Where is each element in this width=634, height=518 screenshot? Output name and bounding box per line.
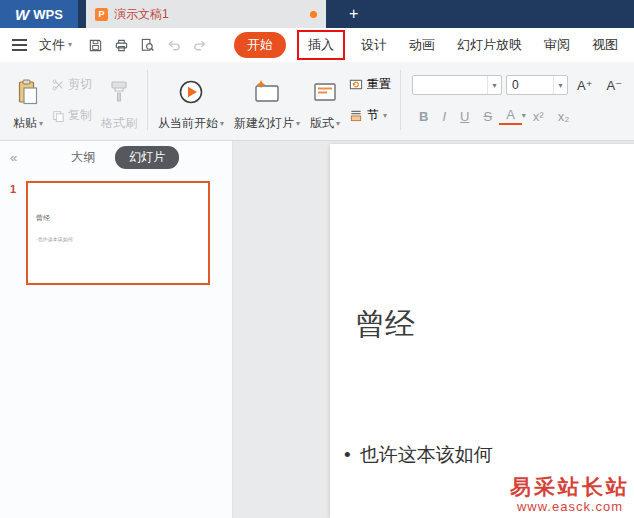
decrease-font-button[interactable]: A⁻ [602, 78, 628, 93]
scissors-icon [52, 79, 64, 91]
layout-button[interactable]: 版式 ▾ [305, 67, 345, 133]
chevron-down-icon: ▾ [553, 76, 567, 94]
tab-slides[interactable]: 幻灯片 [115, 146, 179, 169]
cut-button[interactable]: 剪切 [52, 76, 92, 93]
clipboard-group: 剪切 复制 [48, 67, 96, 133]
subscript-button[interactable]: x₂ [551, 109, 577, 124]
file-menu[interactable]: 文件 ▾ [39, 36, 72, 54]
tab-home[interactable]: 开始 [234, 32, 286, 58]
increase-font-button[interactable]: A⁺ [572, 78, 598, 93]
tab-outline[interactable]: 大纲 [65, 146, 101, 169]
tab-slideshow[interactable]: 幻灯片放映 [446, 31, 533, 59]
reset-button[interactable]: 重置 [349, 76, 391, 93]
print-preview-button[interactable] [136, 34, 159, 56]
undo-icon [166, 38, 182, 53]
undo-button[interactable] [162, 34, 185, 56]
watermark-site-url: www.easck.com [510, 499, 630, 515]
tab-review[interactable]: 审阅 [533, 31, 581, 59]
save-button[interactable] [84, 34, 107, 56]
slide-number: 1 [0, 181, 26, 195]
chevron-down-icon: ▾ [487, 76, 501, 94]
redo-button[interactable] [188, 34, 211, 56]
slide-panel: « 大纲 幻灯片 1 曾经 ·也许这本该如何 [0, 141, 233, 518]
font-color-button[interactable]: A [499, 108, 522, 124]
thumbnail-bullet: ·也许这本该如何 [36, 236, 73, 242]
font-group: ▾ 0 ▾ A⁺ A⁻ B I U S A ▾ x² x₂ [406, 67, 630, 133]
superscript-button[interactable]: x² [526, 109, 551, 124]
font-size-value: 0 [507, 78, 553, 92]
strikethrough-button[interactable]: S [476, 109, 499, 124]
menu-icon[interactable] [12, 39, 27, 51]
italic-button[interactable]: I [435, 109, 453, 124]
unsaved-indicator-dot[interactable] [310, 11, 317, 18]
chevron-down-icon: ▾ [68, 41, 72, 49]
copy-label: 复制 [68, 107, 92, 124]
play-icon [178, 68, 204, 115]
paste-clipboard-icon [18, 68, 38, 115]
play-from-current-button[interactable]: 从当前开始 ▾ [153, 67, 229, 133]
watermark-site-name: 易采站长站 [510, 474, 630, 499]
separator [147, 70, 148, 130]
format-painter-button[interactable]: 格式刷 [96, 67, 142, 133]
presentation-file-icon: P [95, 8, 108, 21]
underline-button[interactable]: U [453, 109, 476, 124]
section-icon [349, 109, 363, 122]
collapse-panel-icon[interactable]: « [10, 150, 17, 165]
new-slide-label: 新建幻灯片 [234, 115, 294, 132]
reset-section-group: 重置 节 ▾ [345, 67, 395, 133]
copy-button[interactable]: 复制 [52, 107, 92, 124]
paste-label: 粘贴 [13, 115, 37, 132]
new-slide-button[interactable]: 新建幻灯片 ▾ [229, 67, 305, 133]
tab-view[interactable]: 视图 [581, 31, 629, 59]
copy-icon [52, 110, 64, 122]
section-button[interactable]: 节 ▾ [349, 107, 391, 124]
slide-bullet-text: 也许这本该如何 [360, 442, 493, 468]
bullet-marker: • [344, 444, 351, 466]
content-area: « 大纲 幻灯片 1 曾经 ·也许这本该如何 曾经 • 也许这本该如何 [0, 141, 634, 518]
section-label: 节 [367, 107, 379, 124]
document-tab-title: 演示文稿1 [114, 6, 169, 23]
slide-title[interactable]: 曾经 [355, 304, 415, 345]
bold-button[interactable]: B [412, 109, 435, 124]
slide-thumbnail[interactable]: 曾经 ·也许这本该如何 [26, 181, 210, 285]
wps-menu-button[interactable]: W WPS [0, 0, 78, 28]
redo-icon [192, 38, 208, 53]
chevron-down-icon: ▾ [220, 120, 224, 128]
menubar: 文件 ▾ [0, 28, 634, 62]
new-slide-icon [254, 68, 280, 115]
tab-animation[interactable]: 动画 [398, 31, 446, 59]
document-tab[interactable]: P 演示文稿1 [86, 0, 326, 28]
paste-button[interactable]: 粘贴 ▾ [8, 67, 48, 133]
font-family-select[interactable]: ▾ [412, 75, 502, 95]
new-tab-button[interactable]: + [342, 0, 365, 28]
print-preview-icon [140, 38, 155, 53]
layout-label: 版式 [310, 115, 334, 132]
chevron-down-icon: ▾ [296, 120, 300, 128]
slide-bullet-line[interactable]: • 也许这本该如何 [344, 442, 493, 468]
format-painter-brush-icon [109, 68, 129, 115]
wps-logo-text: WPS [33, 7, 63, 22]
panel-tabs: « 大纲 幻灯片 [0, 141, 232, 173]
play-from-current-label: 从当前开始 [158, 115, 218, 132]
print-button[interactable] [110, 34, 133, 56]
reset-icon [349, 78, 363, 91]
ribbon-toolbar: 粘贴 ▾ 剪切 复制 [0, 62, 634, 141]
format-painter-label: 格式刷 [101, 115, 137, 132]
layout-icon [313, 68, 337, 115]
thumbnail-title: 曾经 [36, 213, 50, 223]
font-size-select[interactable]: 0 ▾ [506, 75, 568, 95]
separator [400, 70, 401, 130]
slide-list-item[interactable]: 1 曾经 ·也许这本该如何 [0, 181, 232, 285]
chevron-down-icon: ▾ [383, 112, 387, 120]
watermark: 易采站长站 www.easck.com [510, 474, 630, 515]
tab-insert[interactable]: 插入 [297, 30, 345, 60]
wps-logo-icon: W [15, 6, 29, 23]
cut-label: 剪切 [68, 76, 92, 93]
chevron-down-icon: ▾ [39, 120, 43, 128]
tab-design[interactable]: 设计 [350, 31, 398, 59]
slide-editor: 曾经 • 也许这本该如何 易采站长站 www.easck.com [233, 141, 634, 518]
save-icon [88, 38, 103, 53]
file-menu-label: 文件 [39, 36, 65, 54]
slide-canvas[interactable]: 曾经 • 也许这本该如何 [330, 144, 634, 518]
print-icon [114, 38, 129, 53]
